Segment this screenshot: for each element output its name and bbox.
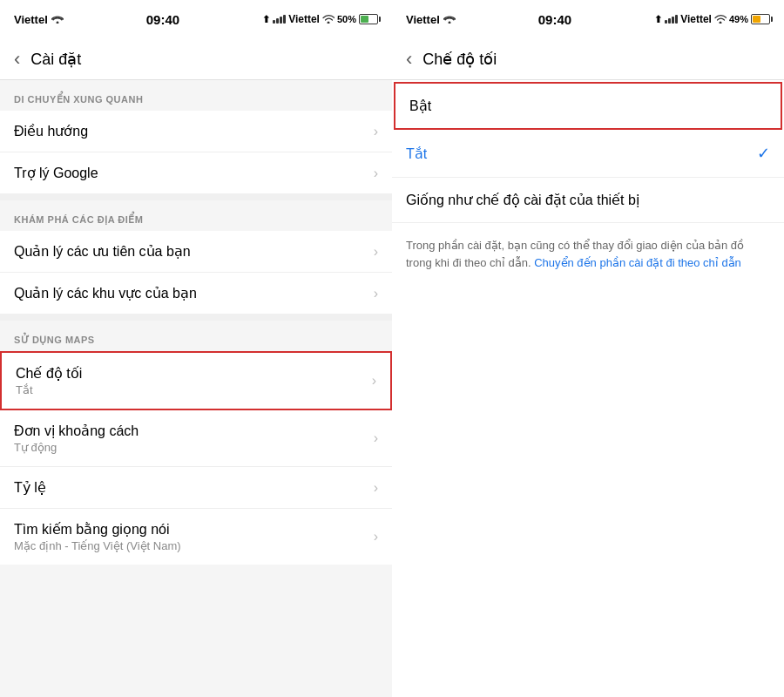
item-content-scale: Tỷ lệ bbox=[14, 479, 374, 496]
left-nav-title: Cài đặt bbox=[30, 50, 81, 69]
section-navigation-list: Điều hướng › Trợ lý Google › bbox=[0, 111, 392, 193]
right-battery-level: 49% bbox=[729, 14, 748, 24]
check-icon-tat: ✓ bbox=[757, 144, 770, 163]
right-signal-icon bbox=[665, 13, 678, 25]
divider-1 bbox=[0, 193, 392, 200]
chevron-icon-google-assistant: › bbox=[374, 166, 378, 181]
left-status-right: ⬆ Viettel 50% bbox=[262, 13, 378, 25]
left-settings-content: DI CHUYỂN XUNG QUANH Điều hướng › Trợ lý… bbox=[0, 80, 392, 697]
list-item-distance[interactable]: Đơn vị khoảng cách Tự động › bbox=[0, 410, 392, 467]
left-status-left: Viettel bbox=[14, 13, 64, 26]
dm-description: Trong phần cài đặt, bạn cũng có thể thay… bbox=[392, 223, 784, 285]
list-item-areas[interactable]: Quản lý các khu vực của bạn › bbox=[0, 273, 392, 314]
dm-option-tat-label: Tắt bbox=[406, 145, 757, 162]
item-title-areas: Quản lý các khu vực của bạn bbox=[14, 285, 374, 301]
right-status-bar: Viettel 09:40 ⬆ Viettel bbox=[392, 0, 784, 38]
list-item-dieu-huong[interactable]: Điều hướng › bbox=[0, 111, 392, 152]
chevron-icon-priorities: › bbox=[374, 244, 378, 260]
left-time: 09:40 bbox=[146, 12, 179, 27]
chevron-icon-distance: › bbox=[374, 430, 378, 446]
right-phone-screen: Viettel 09:40 ⬆ Viettel bbox=[392, 0, 784, 697]
item-title-scale: Tỷ lệ bbox=[14, 479, 374, 496]
item-content-google-assistant: Trợ lý Google bbox=[14, 165, 374, 181]
right-nav-title: Chế độ tối bbox=[422, 50, 497, 69]
right-status-left: Viettel bbox=[406, 13, 456, 26]
right-carrier: Viettel bbox=[406, 13, 440, 26]
right-time: 09:40 bbox=[538, 12, 571, 27]
item-content-dark-mode: Chế độ tối Tắt bbox=[16, 365, 372, 396]
dm-option-bat[interactable]: Bật bbox=[395, 84, 781, 128]
item-content-distance: Đơn vị khoảng cách Tự động bbox=[14, 423, 374, 454]
section-header-explore: KHÁM PHÁ CÁC ĐỊA ĐIỂM bbox=[0, 200, 392, 231]
dm-option-tat[interactable]: Tắt ✓ bbox=[392, 130, 784, 178]
chevron-icon-areas: › bbox=[374, 286, 378, 301]
list-item-google-assistant[interactable]: Trợ lý Google › bbox=[0, 152, 392, 193]
item-title-priorities: Quản lý các ưu tiên của bạn bbox=[14, 243, 374, 260]
left-phone-screen: Viettel 09:40 ⬆ Viettel bbox=[0, 0, 392, 697]
right-status-right: ⬆ Viettel 49% bbox=[654, 13, 770, 25]
item-title-dark-mode: Chế độ tối bbox=[16, 365, 372, 382]
left-wifi-icon bbox=[51, 13, 64, 26]
item-content-areas: Quản lý các khu vực của bạn bbox=[14, 285, 374, 301]
item-title-google-assistant: Trợ lý Google bbox=[14, 165, 374, 181]
right-wifi-icon bbox=[443, 13, 456, 26]
left-wifi2-icon bbox=[322, 14, 335, 25]
section-explore-list: Quản lý các ưu tiên của bạn › Quản lý cá… bbox=[0, 231, 392, 314]
chevron-icon-voice: › bbox=[374, 529, 378, 545]
dm-option-bat-wrapper: Bật bbox=[394, 82, 782, 130]
chevron-icon-scale: › bbox=[374, 480, 378, 496]
left-location-icon: ⬆ bbox=[262, 14, 270, 25]
right-wifi2-icon bbox=[714, 14, 727, 25]
right-carrier2: Viettel bbox=[680, 13, 712, 25]
section-header-maps: SỬ DỤNG MAPS bbox=[0, 321, 392, 351]
right-back-button[interactable]: ‹ bbox=[406, 48, 412, 71]
left-carrier2: Viettel bbox=[288, 13, 320, 25]
section-header-navigation: DI CHUYỂN XUNG QUANH bbox=[0, 80, 392, 111]
section-maps-list: Chế độ tối Tắt › Đơn vị khoảng cách Tự đ… bbox=[0, 351, 392, 565]
item-subtitle-voice: Mặc định - Tiếng Việt (Việt Nam) bbox=[14, 539, 374, 552]
dm-option-system[interactable]: Giống như chế độ cài đặt của thiết bị bbox=[392, 178, 784, 223]
item-title-voice: Tìm kiếm bằng giọng nói bbox=[14, 521, 374, 538]
dm-option-system-label: Giống như chế độ cài đặt của thiết bị bbox=[406, 192, 770, 208]
item-content-priorities: Quản lý các ưu tiên của bạn bbox=[14, 243, 374, 260]
left-signal-icon bbox=[273, 13, 286, 25]
item-subtitle-dark-mode: Tắt bbox=[16, 383, 372, 396]
item-content-voice: Tìm kiếm bằng giọng nói Mặc định - Tiếng… bbox=[14, 521, 374, 552]
svg-point-1 bbox=[719, 21, 721, 24]
item-content-dieu-huong: Điều hướng bbox=[14, 123, 374, 139]
divider-2 bbox=[0, 314, 392, 321]
item-title-distance: Đơn vị khoảng cách bbox=[14, 423, 374, 439]
left-battery-icon bbox=[359, 14, 378, 24]
item-subtitle-distance: Tự động bbox=[14, 441, 374, 454]
list-item-scale[interactable]: Tỷ lệ › bbox=[0, 467, 392, 509]
dm-option-bat-label: Bật bbox=[409, 98, 767, 114]
left-status-bar: Viettel 09:40 ⬆ Viettel bbox=[0, 0, 392, 38]
right-nav-bar: ‹ Chế độ tối bbox=[392, 38, 784, 80]
chevron-icon-dieu-huong: › bbox=[374, 124, 378, 139]
left-battery-level: 50% bbox=[337, 14, 356, 24]
svg-point-0 bbox=[327, 21, 329, 24]
dark-mode-content: Bật Tắt ✓ Giống như chế độ cài đặt của t… bbox=[392, 80, 784, 697]
dm-desc-paragraph: Trong phần cài đặt, bạn cũng có thể thay… bbox=[406, 237, 770, 271]
item-title-dieu-huong: Điều hướng bbox=[14, 123, 374, 139]
list-item-priorities[interactable]: Quản lý các ưu tiên của bạn › bbox=[0, 231, 392, 273]
left-nav-bar: ‹ Cài đặt bbox=[0, 38, 392, 80]
right-battery-icon bbox=[751, 14, 770, 24]
left-back-button[interactable]: ‹ bbox=[14, 48, 20, 71]
list-item-dark-mode[interactable]: Chế độ tối Tắt › bbox=[0, 351, 392, 410]
right-location-icon: ⬆ bbox=[654, 14, 662, 25]
list-item-voice[interactable]: Tìm kiếm bằng giọng nói Mặc định - Tiếng… bbox=[0, 509, 392, 565]
left-carrier: Viettel bbox=[14, 13, 48, 26]
chevron-icon-dark-mode: › bbox=[372, 373, 376, 389]
dm-desc-link[interactable]: Chuyển đến phần cài đặt đi theo chỉ dẫn bbox=[534, 256, 741, 269]
